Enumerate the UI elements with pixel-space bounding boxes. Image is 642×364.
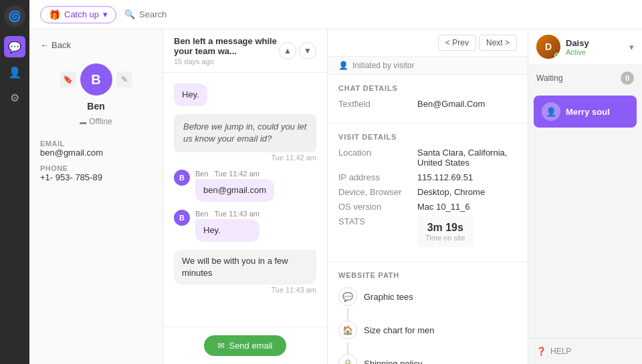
agent-message-time: Tue 11:43 am bbox=[174, 286, 316, 294]
stats-sub: Time on site bbox=[425, 234, 465, 242]
visitor-icon: 👤 bbox=[338, 61, 348, 70]
os-key: OS version bbox=[338, 202, 412, 212]
scroll-up-button[interactable]: ▲ bbox=[279, 42, 296, 59]
prev-button[interactable]: < Prev bbox=[438, 35, 476, 51]
path-connector-2 bbox=[347, 342, 348, 354]
stats-row: STATS 3m 19s Time on site bbox=[338, 216, 517, 247]
back-button[interactable]: ← Back bbox=[40, 40, 152, 55]
device-row: Device, Browser Desktop, Chrome bbox=[338, 187, 517, 197]
path-item-1: 💬 Graphic tees bbox=[338, 287, 413, 306]
path-label-1: Graphic tees bbox=[364, 292, 413, 302]
catch-up-label: Catch up bbox=[64, 9, 99, 19]
location-val: Santa Clara, California, United States bbox=[417, 148, 517, 168]
path-icon-chat: 💬 bbox=[338, 287, 357, 306]
path-connector-1 bbox=[347, 309, 348, 321]
chevron-down-icon[interactable]: ▾ bbox=[629, 42, 634, 52]
search-icon: 🔍 bbox=[124, 9, 135, 19]
message-with-avatar: B Ben Tue 11:42 am ben@gmail.com bbox=[174, 170, 316, 202]
help-icon: ❓ bbox=[536, 347, 546, 356]
scroll-down-button[interactable]: ▼ bbox=[299, 42, 316, 59]
stats-number: 3m 19s bbox=[425, 222, 465, 234]
main-wrapper: 🎁 Catch up ▾ 🔍 ← Back 🔖 B ✎ bbox=[29, 0, 642, 364]
agent-status-dot bbox=[554, 53, 560, 58]
send-email-label: Send email bbox=[229, 341, 272, 351]
contact-action-icon[interactable]: 🔖 bbox=[60, 71, 76, 87]
app-logo: 🌀 bbox=[4, 5, 25, 27]
message-sender: Ben Tue 11:42 am bbox=[195, 170, 274, 178]
agent-message: We will be with you in a few minutes bbox=[174, 250, 316, 285]
merry-soul-item[interactable]: 👤 Merry soul bbox=[534, 96, 637, 128]
location-row: Location Santa Clara, California, United… bbox=[338, 148, 517, 168]
help-label: HELP bbox=[550, 347, 571, 356]
nav-chat-icon[interactable]: 💬 bbox=[4, 36, 25, 57]
status-icon: ▬ bbox=[80, 118, 86, 126]
path-item-2: 🏠 Size chart for men bbox=[338, 321, 435, 339]
contact-avatar-area: 🔖 B ✎ Ben ▬ Offline bbox=[40, 63, 152, 126]
message-text-2: Hey. bbox=[195, 219, 259, 242]
edit-icon[interactable]: ✎ bbox=[116, 71, 132, 87]
phone-label: PHONE bbox=[40, 164, 152, 172]
system-message-group: Before we jump in, could you let us know… bbox=[174, 114, 316, 161]
gift-icon: 🎁 bbox=[49, 9, 60, 20]
back-label: Back bbox=[51, 40, 71, 50]
merry-soul-icon: 👤 bbox=[542, 102, 560, 121]
email-field-group: EMAIL ben@gmail.com bbox=[40, 140, 152, 158]
os-val: Mac 10_11_6 bbox=[417, 202, 470, 212]
agent-name: Daisy bbox=[566, 38, 589, 48]
nav-users-icon[interactable]: 👤 bbox=[4, 61, 25, 83]
phone-value: +1- 953- 785-89 bbox=[40, 172, 152, 182]
contact-sidebar: ← Back 🔖 B ✎ Ben ▬ Offline bbox=[29, 29, 163, 364]
details-panel: < Prev Next > 👤 Initiated by visitor CHA… bbox=[328, 29, 528, 364]
os-row: OS version Mac 10_11_6 bbox=[338, 202, 517, 212]
message-text: ben@gmail.com bbox=[195, 179, 274, 202]
right-sidebar: D Daisy Active ▾ Waiting 0 👤 Merry soul bbox=[528, 29, 642, 364]
initiated-label: Initiated by visitor bbox=[352, 61, 415, 70]
catch-up-button[interactable]: 🎁 Catch up ▾ bbox=[40, 6, 116, 23]
chat-area: Ben left a message while your team wa...… bbox=[163, 29, 328, 364]
initiated-bar: 👤 Initiated by visitor bbox=[328, 57, 528, 75]
back-arrow-icon: ← bbox=[40, 40, 49, 50]
path-icon-home: 🏠 bbox=[338, 321, 357, 339]
sender-avatar-2: B bbox=[174, 210, 190, 226]
visit-details-section: VISIT DETAILS Location Santa Clara, Cali… bbox=[328, 124, 528, 262]
phone-field-group: PHONE +1- 953- 785-89 bbox=[40, 164, 152, 182]
search-bar: 🔍 bbox=[124, 9, 631, 19]
chat-header-info: Ben left a message while your team wa...… bbox=[174, 36, 279, 65]
email-label: EMAIL bbox=[40, 140, 152, 148]
system-message: Before we jump in, could you let us know… bbox=[174, 114, 316, 152]
ip-val: 115.112.69.51 bbox=[417, 172, 473, 182]
ip-key: IP address bbox=[338, 172, 412, 182]
next-button[interactable]: Next > bbox=[479, 35, 517, 51]
ip-row: IP address 115.112.69.51 bbox=[338, 172, 517, 182]
chat-details-title: CHAT DETAILS bbox=[338, 84, 517, 92]
stats-key: STATS bbox=[338, 216, 412, 247]
textfield-key: Textfield bbox=[338, 99, 412, 109]
email-icon: ✉ bbox=[217, 341, 225, 351]
merry-soul-name: Merry soul bbox=[566, 107, 610, 117]
chat-header: Ben left a message while your team wa...… bbox=[163, 29, 327, 73]
chat-footer: ✉ Send email bbox=[163, 327, 327, 364]
stats-box: 3m 19s Time on site bbox=[417, 216, 473, 247]
system-message-time: Tue 11:42 am bbox=[174, 154, 316, 162]
website-path-title: WEBSITE PATH bbox=[338, 271, 399, 279]
contact-status: ▬ Offline bbox=[80, 117, 112, 126]
chevron-down-icon: ▾ bbox=[103, 9, 108, 19]
contact-fields: EMAIL ben@gmail.com PHONE +1- 953- 785-8… bbox=[40, 134, 152, 182]
nav-settings-icon[interactable]: ⚙ bbox=[4, 87, 25, 108]
agent-status-text: Active bbox=[566, 48, 589, 56]
left-navigation: 🌀 💬 👤 ⚙ bbox=[0, 0, 29, 364]
help-footer[interactable]: ❓ HELP bbox=[528, 338, 642, 364]
chat-header-sender: Ben bbox=[174, 36, 191, 46]
send-email-button[interactable]: ✉ Send email bbox=[204, 335, 286, 356]
chat-details-section: CHAT DETAILS Textfield Ben@Gmail.Com bbox=[328, 75, 528, 124]
message-sender-2: Ben Tue 11:43 am bbox=[195, 210, 259, 218]
content-area: ← Back 🔖 B ✎ Ben ▬ Offline bbox=[29, 29, 642, 364]
agent-avatar: D bbox=[536, 35, 560, 59]
path-item-3: 🔒 Shipping policy bbox=[338, 354, 422, 364]
message-content: Ben Tue 11:42 am ben@gmail.com bbox=[195, 170, 274, 202]
website-path-section: WEBSITE PATH 💬 Graphic tees 🏠 Size chart… bbox=[328, 262, 528, 364]
path-label-3: Shipping policy bbox=[364, 359, 422, 365]
path-label-2: Size chart for men bbox=[364, 325, 435, 335]
search-input[interactable] bbox=[139, 9, 273, 19]
email-value: ben@gmail.com bbox=[40, 148, 152, 158]
